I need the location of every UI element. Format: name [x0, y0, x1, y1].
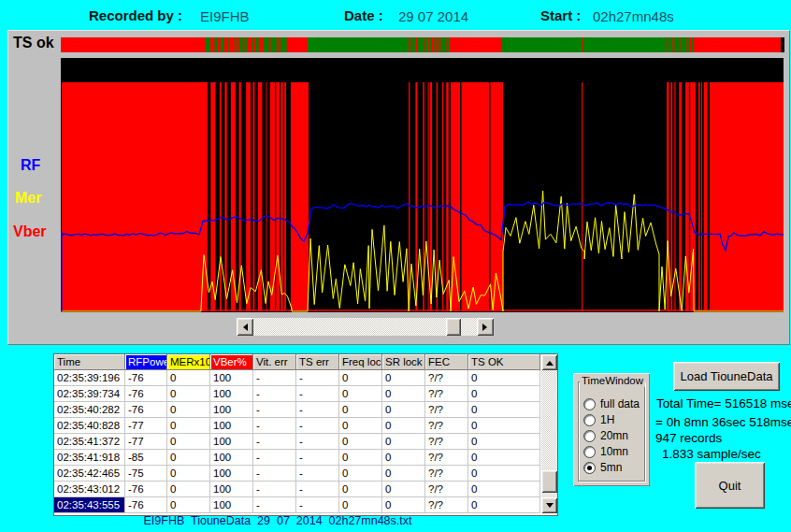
table-cell[interactable]: ?/?	[425, 418, 468, 434]
table-cell[interactable]: 0	[339, 402, 382, 418]
table-cell[interactable]: 0	[468, 450, 540, 466]
table-cell[interactable]: ?/?	[425, 434, 468, 450]
radio-button-icon[interactable]	[583, 398, 596, 410]
table-cell[interactable]: 0	[167, 418, 210, 434]
table-cell[interactable]: 0	[382, 434, 425, 450]
table-cell[interactable]: -76	[125, 402, 167, 418]
table-cell[interactable]: 0	[339, 497, 382, 513]
table-cell[interactable]: 0	[382, 450, 425, 466]
table-cell[interactable]: 02:35:40:282	[54, 402, 125, 418]
table-cell[interactable]: 0	[382, 386, 425, 402]
table-cell[interactable]: 100	[210, 450, 253, 466]
table-cell[interactable]: -	[253, 497, 296, 513]
load-tiounedata-button[interactable]: Load TiouneData	[673, 362, 780, 391]
table-cell[interactable]: ?/?	[425, 497, 468, 513]
table-row[interactable]: 02:35:40:828-770100--00?/?0	[54, 418, 540, 434]
table-cell[interactable]: 0	[468, 370, 540, 386]
table-cell[interactable]: ?/?	[425, 482, 468, 497]
table-cell[interactable]: -	[296, 497, 339, 513]
table-scroll-up-button[interactable]	[541, 354, 557, 370]
table-cell[interactable]: 0	[167, 497, 210, 513]
chart-hscrollbar[interactable]	[237, 318, 494, 336]
table-cell[interactable]: 0	[468, 402, 540, 418]
table-row[interactable]: 02:35:40:282-760100--00?/?0	[54, 402, 540, 418]
table-cell[interactable]: -	[253, 450, 296, 466]
table-scroll-down-button[interactable]	[541, 497, 557, 513]
table-vscrollbar-thumb[interactable]	[541, 470, 557, 493]
table-cell[interactable]: 0	[339, 450, 382, 466]
table-cell[interactable]: 02:35:39:734	[54, 386, 125, 402]
table-cell[interactable]: 0	[339, 418, 382, 434]
table-cell[interactable]: ?/?	[425, 466, 468, 482]
table-cell[interactable]: ?/?	[425, 370, 468, 386]
table-cell[interactable]: ?/?	[425, 402, 468, 418]
table-cell[interactable]: 100	[210, 497, 253, 513]
table-cell[interactable]: 0	[382, 497, 425, 513]
table-cell[interactable]: 0	[167, 402, 210, 418]
table-cell[interactable]: -	[296, 418, 339, 434]
table-cell[interactable]: -	[296, 386, 339, 402]
table-cell[interactable]: 02:35:43:555	[54, 497, 125, 513]
timewindow-option-10mn[interactable]: 10mn	[583, 445, 628, 458]
table-cell[interactable]: 0	[167, 450, 210, 466]
table-cell[interactable]: 0	[468, 418, 540, 434]
scroll-right-button[interactable]	[477, 318, 494, 336]
timewindow-option-1h[interactable]: 1H	[583, 413, 614, 426]
table-cell[interactable]: 0	[339, 370, 382, 386]
timewindow-option-5mn[interactable]: 5mn	[583, 461, 622, 474]
table-row[interactable]: 02:35:41:372-770100--00?/?0	[54, 434, 540, 450]
table-cell[interactable]: -76	[125, 386, 167, 402]
table-cell[interactable]: 0	[339, 434, 382, 450]
timewindow-option-full-data[interactable]: full data	[583, 397, 640, 410]
table-vscrollbar[interactable]	[541, 354, 557, 513]
table-row[interactable]: 02:35:42:465-750100--00?/?0	[54, 466, 540, 482]
table-cell[interactable]: -	[296, 482, 339, 497]
table-cell[interactable]: -	[296, 402, 339, 418]
table-cell[interactable]: 100	[210, 418, 253, 434]
table-cell[interactable]: 0	[382, 418, 425, 434]
table-cell[interactable]: 0	[167, 466, 210, 482]
table-cell[interactable]: 02:35:41:372	[54, 434, 125, 450]
table-cell[interactable]: -85	[125, 450, 167, 466]
table-cell[interactable]: 0	[468, 482, 540, 497]
table-row[interactable]: 02:35:39:734-760100--00?/?0	[54, 386, 540, 402]
table-cell[interactable]: 0	[468, 386, 540, 402]
table-cell[interactable]: -76	[125, 497, 167, 513]
table-row[interactable]: 02:35:39:196-760100--00?/?0	[54, 370, 540, 386]
quit-button[interactable]: Quit	[695, 462, 765, 509]
table-cell[interactable]: -	[296, 370, 339, 386]
table-cell[interactable]: -	[296, 434, 339, 450]
table-cell[interactable]: -	[253, 482, 296, 497]
table-cell[interactable]: 0	[339, 482, 382, 497]
timewindow-option-20mn[interactable]: 20mn	[583, 429, 628, 442]
table-cell[interactable]: 02:35:41:918	[54, 450, 125, 466]
table-cell[interactable]: -77	[125, 418, 167, 434]
table-cell[interactable]: -75	[125, 466, 167, 482]
table-cell[interactable]: -	[296, 466, 339, 482]
table-cell[interactable]: 0	[468, 497, 540, 513]
table-cell[interactable]: -77	[125, 434, 167, 450]
radio-button-icon[interactable]	[583, 446, 596, 458]
table-cell[interactable]: 100	[210, 482, 253, 497]
radio-button-icon[interactable]	[583, 414, 596, 426]
radio-button-icon[interactable]	[583, 462, 596, 474]
table-cell[interactable]: 0	[382, 466, 425, 482]
radio-button-icon[interactable]	[583, 430, 596, 442]
table-cell[interactable]: 02:35:43:012	[54, 482, 125, 497]
table-cell[interactable]: 02:35:40:828	[54, 418, 125, 434]
table-cell[interactable]: 100	[210, 402, 253, 418]
table-cell[interactable]: 0	[468, 434, 540, 450]
table-cell[interactable]: 0	[167, 434, 210, 450]
table-cell[interactable]: 0	[382, 370, 425, 386]
table-cell[interactable]: 02:35:39:196	[54, 370, 125, 386]
table-cell[interactable]: 02:35:42:465	[54, 466, 125, 482]
chart-hscrollbar-thumb[interactable]	[446, 318, 461, 336]
table-cell[interactable]: 0	[339, 466, 382, 482]
table-cell[interactable]: -	[253, 402, 296, 418]
table-cell[interactable]: ?/?	[425, 386, 468, 402]
table-cell[interactable]: 0	[468, 466, 540, 482]
table-cell[interactable]: 0	[339, 386, 382, 402]
table-cell[interactable]: 100	[210, 466, 253, 482]
table-cell[interactable]: 0	[167, 482, 210, 497]
table-cell[interactable]: 0	[167, 370, 210, 386]
